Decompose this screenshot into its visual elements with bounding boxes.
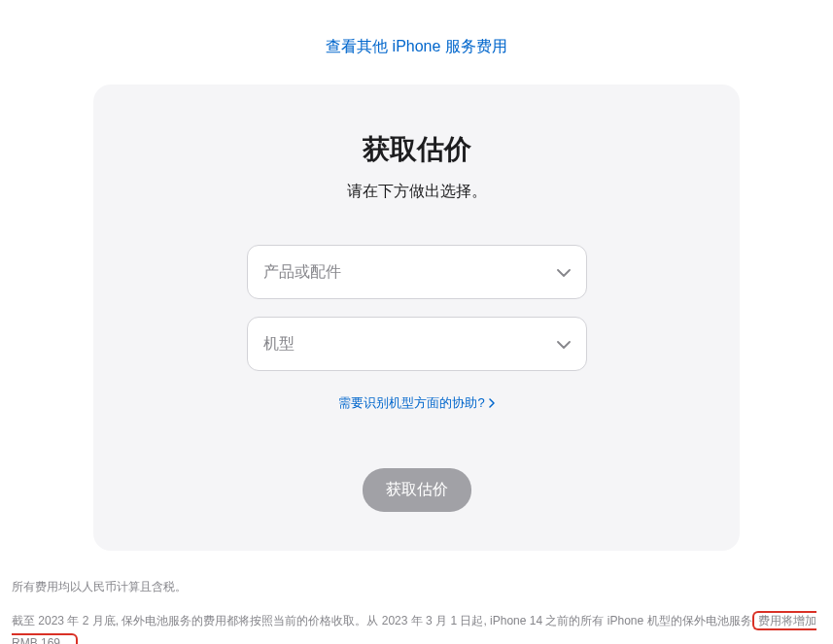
chevron-right-icon xyxy=(489,396,495,411)
get-estimate-button[interactable]: 获取估价 xyxy=(363,468,471,512)
estimate-card: 获取估价 请在下方做出选择。 产品或配件 机型 xyxy=(93,85,740,551)
chevron-down-icon xyxy=(557,263,571,281)
model-select[interactable]: 机型 xyxy=(247,317,587,371)
help-link-label: 需要识别机型方面的协助? xyxy=(338,394,484,412)
card-subtitle: 请在下方做出选择。 xyxy=(132,182,701,202)
product-select-placeholder: 产品或配件 xyxy=(263,262,341,283)
footer-text: 所有费用均以人民币计算且含税。 截至 2023 年 2 月底, 保外电池服务的费… xyxy=(0,551,833,644)
footer-line-1: 所有费用均以人民币计算且含税。 xyxy=(12,576,821,598)
product-select[interactable]: 产品或配件 xyxy=(247,245,587,299)
model-select-placeholder: 机型 xyxy=(263,334,295,355)
footer-line-2: 截至 2023 年 2 月底, 保外电池服务的费用都将按照当前的价格收取。从 2… xyxy=(12,610,821,644)
product-select-wrapper: 产品或配件 xyxy=(247,245,587,299)
top-link-container: 查看其他 iPhone 服务费用 xyxy=(0,0,833,85)
card-title: 获取估价 xyxy=(132,131,701,168)
model-select-wrapper: 机型 xyxy=(247,317,587,371)
view-other-services-link[interactable]: 查看其他 iPhone 服务费用 xyxy=(326,38,507,54)
chevron-down-icon xyxy=(557,335,571,353)
identify-model-help-link[interactable]: 需要识别机型方面的协助? xyxy=(338,394,494,412)
footer-line-2-text: 截至 2023 年 2 月底, 保外电池服务的费用都将按照当前的价格收取。从 2… xyxy=(12,614,752,627)
